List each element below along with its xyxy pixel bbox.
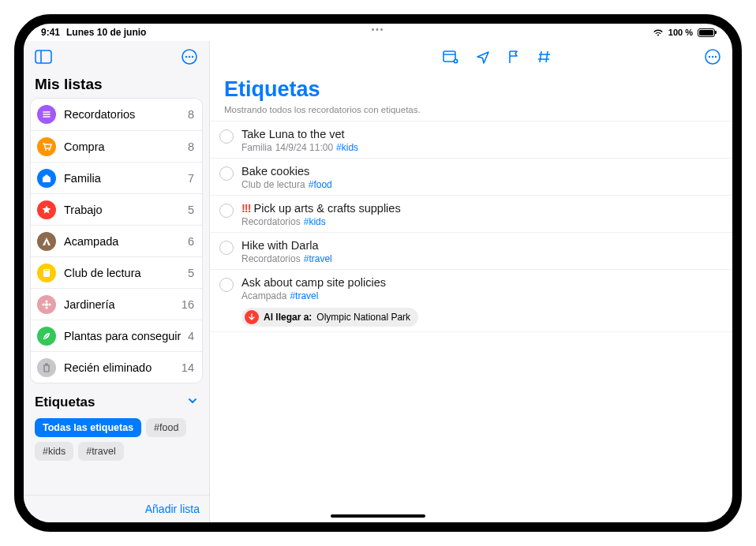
page-subtitle: Mostrando todos los recordatorios con et… (210, 102, 732, 121)
reminder-item[interactable]: Bake cookiesClub de lectura #food (210, 159, 732, 196)
toolbar-location-icon[interactable] (476, 45, 490, 69)
page-title: Etiquetas (210, 73, 732, 102)
list-count: 16 (182, 298, 194, 311)
list-count: 5 (188, 204, 194, 216)
home-indicator[interactable] (331, 514, 425, 518)
location-place: Olympic National Park (316, 312, 410, 323)
reminder-date: 14/9/24 11:00 (275, 142, 333, 153)
reminder-title: Hike with Darla (241, 239, 319, 252)
reminder-title: Ask about camp site policies (241, 276, 386, 289)
sidebar-list-item[interactable]: Plantas para conseguir4 (31, 320, 202, 351)
camera-dots: ••• (372, 25, 385, 34)
list-color-icon (37, 264, 56, 282)
list-color-icon (37, 295, 56, 314)
complete-checkbox[interactable] (219, 129, 234, 144)
list-count: 4 (188, 330, 194, 342)
reminder-item[interactable]: Ask about camp site policiesAcampada #tr… (210, 270, 732, 332)
wifi-icon (653, 28, 664, 37)
reminder-item[interactable]: Take Luna to the vetFamilia 14/9/24 11:0… (210, 121, 732, 159)
list-name: Plantas para conseguir (64, 330, 188, 342)
sidebar-list-item[interactable]: Recordatorios8 (31, 99, 202, 130)
list-name: Compra (64, 140, 188, 153)
tag-chip[interactable]: #kids (35, 442, 73, 461)
sidebar-list-item[interactable]: Club de lectura5 (31, 256, 202, 288)
reminder-title: Pick up arts & crafts supplies (254, 202, 401, 215)
svg-point-14 (48, 303, 51, 305)
location-arrive-icon (245, 310, 259, 324)
complete-checkbox[interactable] (219, 204, 234, 218)
main-pane: Etiquetas Mostrando todos los recordator… (210, 41, 732, 522)
svg-point-12 (45, 306, 47, 309)
list-name: Familia (64, 172, 188, 185)
svg-point-7 (49, 149, 51, 151)
reminder-list: Recordatorios (241, 253, 301, 264)
sidebar-section-title: Mis listas (24, 73, 209, 98)
list-color-icon (37, 105, 56, 124)
reminder-list: Familia (241, 142, 272, 153)
complete-checkbox[interactable] (219, 166, 234, 181)
list-color-icon (37, 358, 56, 377)
status-time: 9:41 (41, 27, 60, 38)
tag-chip[interactable]: Todas las etiquetas (35, 418, 141, 437)
list-color-icon (37, 137, 56, 156)
reminder-tag[interactable]: #travel (304, 253, 332, 264)
sidebar-list-item[interactable]: Compra8 (31, 130, 202, 162)
sidebar: Mis listas Recordatorios8Compra8Familia7… (24, 41, 210, 522)
priority-marker: !!! (241, 202, 251, 215)
svg-point-6 (45, 149, 47, 151)
reminder-list: Recordatorios (241, 216, 301, 227)
sidebar-toggle-button[interactable] (32, 45, 55, 69)
reminder-list: Club de lectura (241, 179, 305, 190)
reminder-title: Take Luna to the vet (241, 128, 345, 140)
chevron-down-icon[interactable] (187, 395, 198, 410)
battery-pct: 100 % (668, 28, 693, 37)
list-color-icon (37, 169, 56, 188)
tags-section-title: Etiquetas (35, 395, 95, 410)
svg-point-13 (42, 303, 44, 305)
sidebar-list-item[interactable]: Trabajo5 (31, 193, 202, 225)
tag-chip[interactable]: #food (146, 418, 186, 437)
list-count: 8 (188, 140, 194, 153)
sidebar-list-item[interactable]: Jardinería16 (31, 288, 202, 320)
location-pill[interactable]: Al llegar a: Olympic National Park (241, 308, 418, 327)
list-name: Recién eliminado (64, 361, 182, 374)
svg-point-4 (189, 56, 190, 58)
svg-point-3 (185, 56, 187, 58)
status-date: Lunes 10 de junio (66, 27, 146, 38)
reminder-item[interactable]: Hike with DarlaRecordatorios #travel (210, 233, 732, 270)
svg-point-21 (715, 56, 717, 58)
svg-point-10 (45, 303, 48, 306)
list-count: 6 (188, 235, 194, 248)
svg-point-19 (709, 56, 710, 58)
reminder-title: Bake cookies (241, 165, 309, 178)
tag-chip[interactable]: #travel (78, 442, 124, 461)
list-name: Club de lectura (64, 267, 188, 279)
sidebar-more-button[interactable] (178, 45, 201, 69)
add-list-button[interactable]: Añadir lista (145, 503, 200, 515)
reminder-tag[interactable]: #kids (304, 216, 326, 227)
reminder-tag[interactable]: #travel (290, 290, 318, 301)
sidebar-list-item[interactable]: Recién eliminado14 (31, 351, 202, 383)
list-name: Recordatorios (64, 108, 188, 121)
toolbar-flag-icon[interactable] (507, 45, 520, 69)
reminder-tag[interactable]: #food (309, 179, 332, 190)
sidebar-list-item[interactable]: Acampada6 (31, 225, 202, 256)
reminder-tag[interactable]: #kids (336, 142, 358, 153)
battery-icon (698, 28, 715, 37)
svg-point-5 (192, 56, 193, 58)
reminder-item[interactable]: !!! Pick up arts & crafts suppliesRecord… (210, 196, 732, 233)
svg-point-20 (712, 56, 713, 58)
list-color-icon (37, 232, 56, 251)
sidebar-list-item[interactable]: Familia7 (31, 162, 202, 193)
toolbar-calendar-icon[interactable] (443, 45, 458, 69)
list-count: 5 (188, 267, 194, 279)
list-name: Acampada (64, 235, 188, 248)
complete-checkbox[interactable] (219, 241, 234, 255)
complete-checkbox[interactable] (219, 278, 234, 292)
svg-point-11 (45, 300, 47, 302)
main-more-button[interactable] (704, 45, 721, 69)
toolbar-hashtag-icon[interactable] (537, 45, 552, 69)
location-label: Al llegar a: (264, 312, 312, 323)
list-count: 8 (188, 108, 194, 121)
svg-rect-15 (443, 51, 455, 62)
